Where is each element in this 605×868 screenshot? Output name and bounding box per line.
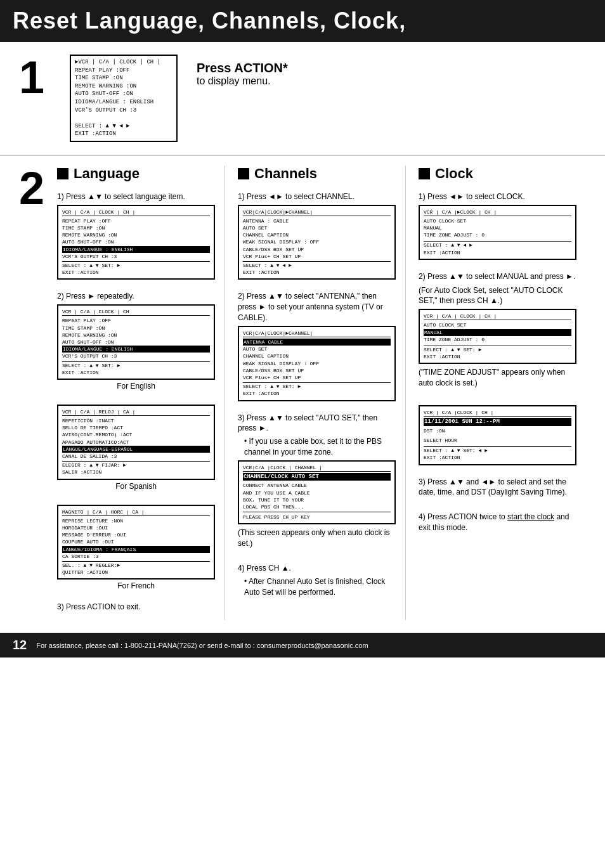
lang-label-english: For English bbox=[57, 382, 215, 391]
lang-step2: 2) Press ► repeatedly. VCR | C/A | CLOCK… bbox=[57, 291, 215, 390]
step1-instructions: Press ACTION* to display menu. bbox=[197, 55, 288, 87]
page-title: Reset Language, Channels, Clock, bbox=[13, 8, 406, 34]
language-title-text: Language bbox=[74, 165, 140, 182]
ch-step1: 1) Press ◄► to select CHANNEL. VCR|C/A|C… bbox=[238, 191, 396, 280]
channels-icon bbox=[238, 168, 249, 179]
footer-text: For assistance, please call : 1-800-211-… bbox=[36, 642, 368, 649]
page-footer: 12 For assistance, please call : 1-800-2… bbox=[0, 633, 605, 657]
clock-title-text: Clock bbox=[435, 165, 473, 182]
ch-screen1: VCR|C/A|CLOCK|►CHANNEL| ANTENNA : CABLE … bbox=[238, 205, 396, 280]
channels-title-text: Channels bbox=[254, 165, 317, 182]
ch-screen2: VCR|C/A|CLOCK|►CHANNEL| ANTENNA CABLE AU… bbox=[238, 326, 396, 401]
step2-section: 2 Language 1) Press ▲▼ to select languag… bbox=[0, 156, 605, 626]
ch-step4: 4) Press CH ▲. • After Channel Auto Set … bbox=[238, 563, 396, 600]
ch-step2: 2) Press ▲▼ to select "ANTENNA," then pr… bbox=[238, 291, 396, 401]
clk-screen3: VCR | C/A |CLOCK | CH | 11/11/2001 SUN 1… bbox=[419, 405, 576, 465]
clk-screen2: VCR | C/A | CLOCK | CH | AUTO CLOCK SET … bbox=[419, 309, 576, 364]
lang-screen4: MAGNETO | C/A | HORC | CA | REPRISE LECT… bbox=[57, 505, 215, 580]
clk-step2: 2) Press ▲▼ to select MANUAL and press ►… bbox=[419, 271, 576, 391]
clock-column: Clock 1) Press ◄► to select CLOCK. VCR |… bbox=[419, 165, 586, 620]
channels-title: Channels bbox=[238, 165, 396, 182]
language-icon bbox=[57, 168, 68, 179]
ch-step3-text: 3) Press ▲▼ to select "AUTO SET," then p… bbox=[238, 413, 396, 434]
ch-step2-text: 2) Press ▲▼ to select "ANTENNA," then pr… bbox=[238, 291, 396, 323]
lang-step3: 3) Press ACTION to exit. bbox=[57, 602, 215, 615]
clk-screen3-item: VCR | C/A |CLOCK | CH | 11/11/2001 SUN 1… bbox=[419, 403, 576, 465]
start-clock-link: start the clock bbox=[507, 512, 554, 521]
lang-screen1: VCR | C/A | CLOCK | CH | REPEAT PLAY :OF… bbox=[57, 205, 215, 280]
ch-screen3: VCR|C/A |CLOCK | CHANNEL | CHANNEL/CLOCK… bbox=[238, 460, 396, 525]
step1-number: 1 bbox=[19, 55, 57, 100]
ch-step3: 3) Press ▲▼ to select "AUTO SET," then p… bbox=[238, 413, 396, 552]
page-number: 12 bbox=[13, 638, 27, 652]
lang-label-french: For French bbox=[57, 581, 215, 590]
columns-wrapper: Language 1) Press ▲▼ to select language … bbox=[57, 165, 586, 620]
clk-step2-text: 2) Press ▲▼ to select MANUAL and press ►… bbox=[419, 271, 576, 282]
step1-screen-title: ►VCR | C/A | CLOCK | CH | bbox=[75, 58, 172, 67]
clk-step1: 1) Press ◄► to select CLOCK. VCR | C/A |… bbox=[419, 191, 576, 260]
step1-screen: ►VCR | C/A | CLOCK | CH | REPEAT PLAY :O… bbox=[70, 55, 178, 142]
lang-step1-text: 1) Press ▲▼ to select language item. bbox=[57, 191, 215, 202]
press-action-text: Press ACTION* bbox=[197, 61, 288, 75]
language-column: Language 1) Press ▲▼ to select language … bbox=[57, 165, 225, 620]
clk-step4: 4) Press ACTION twice to start the clock… bbox=[419, 512, 576, 536]
ch-step1-text: 1) Press ◄► to select CHANNEL. bbox=[238, 191, 396, 202]
clk-step1-text: 1) Press ◄► to select CLOCK. bbox=[419, 191, 576, 202]
clk-step3: 3) Press ▲▼ and ◄► to select and set the… bbox=[419, 477, 576, 501]
step1-content: ►VCR | C/A | CLOCK | CH | REPEAT PLAY :O… bbox=[70, 55, 288, 142]
lang-step3-text: 3) Press ACTION to exit. bbox=[57, 602, 215, 612]
clk-step3-text: 3) Press ▲▼ and ◄► to select and set the… bbox=[419, 477, 576, 498]
clk-timezone-note: ("TIME ZONE ADJUST" appears only when au… bbox=[419, 367, 576, 389]
ch-bullet3: • If you use a cable box, set it to the … bbox=[244, 436, 396, 458]
clk-step2-note: (For Auto Clock Set, select "AUTO CLOCK … bbox=[419, 285, 576, 307]
lang-step1: 1) Press ▲▼ to select language item. VCR… bbox=[57, 191, 215, 280]
lang-step2-text: 2) Press ► repeatedly. bbox=[57, 291, 215, 302]
clk-step4-text: 4) Press ACTION twice to start the clock… bbox=[419, 512, 576, 533]
step1-section: 1 ►VCR | C/A | CLOCK | CH | REPEAT PLAY … bbox=[0, 42, 605, 156]
lang-label-spanish: For Spanish bbox=[57, 482, 215, 491]
lang-french: MAGNETO | C/A | HORC | CA | REPRISE LECT… bbox=[57, 502, 215, 591]
ch-bullet4: • After Channel Auto Set is finished, Cl… bbox=[244, 576, 396, 598]
lang-screen2: VCR | C/A | CLOCK | CH REPEAT PLAY :OFF … bbox=[57, 304, 215, 380]
ch-step4-text: 4) Press CH ▲. bbox=[238, 563, 396, 574]
lang-screen3: VCR | C/A | RELOJ | CA | REPETICIÓN :INA… bbox=[57, 405, 215, 480]
lang-spanish: VCR | C/A | RELOJ | CA | REPETICIÓN :INA… bbox=[57, 402, 215, 491]
clock-title: Clock bbox=[419, 165, 576, 182]
channels-column: Channels 1) Press ◄► to select CHANNEL. … bbox=[238, 165, 406, 620]
step1-sub-text: to display menu. bbox=[197, 75, 288, 87]
clk-screen1: VCR | C/A |►CLOCK | CH | AUTO CLOCK SET … bbox=[419, 205, 576, 260]
page-header: Reset Language, Channels, Clock, bbox=[0, 0, 605, 42]
ch-note3: (This screen appears only when auto cloc… bbox=[238, 528, 396, 549]
clock-icon bbox=[419, 168, 430, 179]
language-title: Language bbox=[57, 165, 215, 182]
step2-number: 2 bbox=[19, 165, 57, 211]
